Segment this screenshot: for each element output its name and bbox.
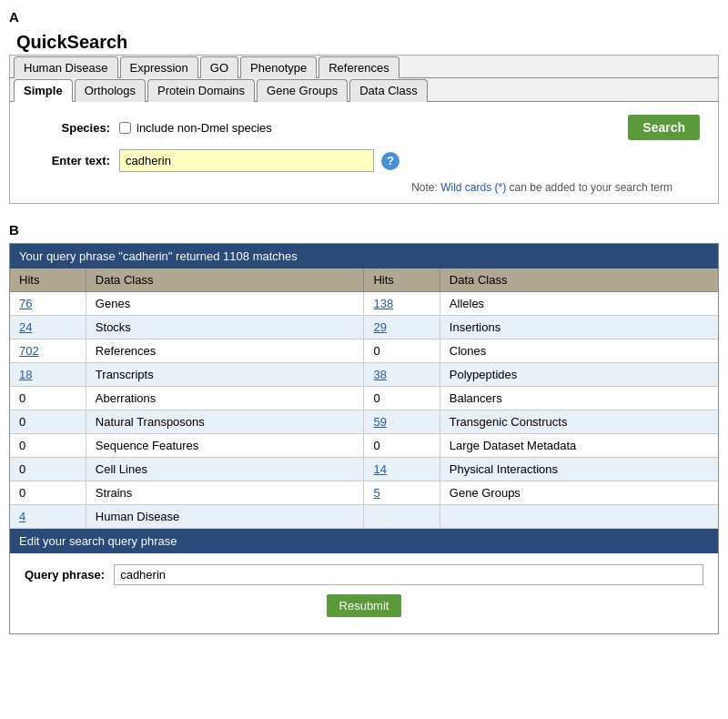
table-row: 702References0Clones <box>10 339 718 363</box>
hits-right[interactable]: 5 <box>364 481 440 505</box>
class-right: Insertions <box>440 316 718 339</box>
hits-right: 0 <box>364 434 440 458</box>
hits-right: 0 <box>364 387 440 410</box>
tab-human-disease[interactable]: Human Disease <box>14 56 118 78</box>
species-checkbox-label: include non-Dmel species <box>136 121 272 135</box>
class-left: Transcripts <box>86 363 364 387</box>
tab-references[interactable]: References <box>318 56 399 78</box>
hits-left: 0 <box>10 434 86 458</box>
hits-right[interactable]: 59 <box>364 410 440 434</box>
class-right: Large Dataset Metadata <box>440 434 718 458</box>
table-row: 0Strains5Gene Groups <box>10 481 718 505</box>
tab-protein-domains[interactable]: Protein Domains <box>147 79 255 102</box>
enter-text-row: Enter text: ? <box>28 149 700 172</box>
class-right: Transgenic Constructs <box>440 410 718 434</box>
help-icon[interactable]: ? <box>381 152 399 170</box>
class-right: Balancers <box>440 387 718 410</box>
class-right: Physical Interactions <box>440 458 718 481</box>
class-left: Strains <box>86 481 364 505</box>
results-table: Hits Data Class Hits Data Class 76Genes1… <box>10 268 718 529</box>
section-a-label: A <box>9 9 719 25</box>
quicksearch-panel: Human Disease Expression GO Phenotype Re… <box>9 55 719 204</box>
species-row: Species: include non-Dmel species Search <box>28 115 700 140</box>
class-right: Gene Groups <box>440 481 718 505</box>
hits-left: 0 <box>10 387 86 410</box>
table-row: 4Human Disease <box>10 505 718 529</box>
results-header: Your query phrase "cadherin" returned 11… <box>10 244 718 268</box>
tab-phenotype[interactable]: Phenotype <box>240 56 317 78</box>
class-right <box>440 505 718 529</box>
hits-right <box>364 505 440 529</box>
col-dataclass-left: Data Class <box>86 268 364 292</box>
tab-simple[interactable]: Simple <box>14 79 73 102</box>
species-checkbox-container[interactable]: include non-Dmel species <box>119 121 272 135</box>
wildcard-link[interactable]: Wild cards (*) <box>440 181 506 194</box>
table-row: 76Genes138Alleles <box>10 292 718 316</box>
hits-left[interactable]: 24 <box>10 316 86 339</box>
edit-section-header: Edit your search query phrase <box>10 529 718 553</box>
search-button[interactable]: Search <box>628 115 700 140</box>
table-row: 0Aberrations0Balancers <box>10 387 718 410</box>
class-left: References <box>86 339 364 363</box>
hits-left[interactable]: 76 <box>10 292 86 316</box>
species-label: Species: <box>28 121 110 135</box>
resubmit-button[interactable]: Resubmit <box>327 594 402 617</box>
species-checkbox[interactable] <box>119 122 131 134</box>
search-input[interactable] <box>119 149 374 172</box>
class-left: Human Disease <box>86 505 364 529</box>
note-label: Note: <box>411 181 438 194</box>
table-row: 18Transcripts38Polypeptides <box>10 363 718 387</box>
hits-left[interactable]: 4 <box>10 505 86 529</box>
quicksearch-title: QuickSearch <box>9 26 719 55</box>
hits-left: 0 <box>10 410 86 434</box>
tab-data-class[interactable]: Data Class <box>349 79 428 102</box>
search-form: Species: include non-Dmel species Search… <box>10 102 718 203</box>
section-b-label: B <box>9 222 719 238</box>
class-left: Genes <box>86 292 364 316</box>
tab-gene-groups[interactable]: Gene Groups <box>257 79 348 102</box>
query-phrase-input[interactable] <box>114 564 703 585</box>
class-left: Stocks <box>86 316 364 339</box>
table-header-row: Hits Data Class Hits Data Class <box>10 268 718 292</box>
tabs-row-2: Simple Orthologs Protein Domains Gene Gr… <box>10 78 718 102</box>
col-dataclass-right: Data Class <box>440 268 718 292</box>
note-row: Note: Wild cards (*) can be added to you… <box>28 181 700 194</box>
query-phrase-row: Query phrase: <box>25 564 703 585</box>
tab-orthologs[interactable]: Orthologs <box>75 79 146 102</box>
hits-left[interactable]: 702 <box>10 339 86 363</box>
class-left: Aberrations <box>86 387 364 410</box>
tabs-row-1: Human Disease Expression GO Phenotype Re… <box>10 56 718 78</box>
query-phrase-label: Query phrase: <box>25 568 105 582</box>
tab-go[interactable]: GO <box>200 56 238 78</box>
hits-right[interactable]: 29 <box>364 316 440 339</box>
edit-section-body: Query phrase: Resubmit <box>10 553 718 633</box>
tab-expression[interactable]: Expression <box>120 56 198 78</box>
hits-left: 0 <box>10 458 86 481</box>
class-left: Cell Lines <box>86 458 364 481</box>
class-left: Sequence Features <box>86 434 364 458</box>
results-section: Your query phrase "cadherin" returned 11… <box>9 243 719 634</box>
hits-right[interactable]: 38 <box>364 363 440 387</box>
table-row: 0Cell Lines14Physical Interactions <box>10 458 718 481</box>
class-right: Clones <box>440 339 718 363</box>
hits-left[interactable]: 18 <box>10 363 86 387</box>
col-hits-left: Hits <box>10 268 86 292</box>
table-row: 24Stocks29Insertions <box>10 316 718 339</box>
hits-left: 0 <box>10 481 86 505</box>
hits-right[interactable]: 14 <box>364 458 440 481</box>
enter-text-label: Enter text: <box>28 154 110 167</box>
note-suffix: can be added to your search term <box>510 181 672 194</box>
table-row: 0Sequence Features0Large Dataset Metadat… <box>10 434 718 458</box>
hits-right[interactable]: 138 <box>364 292 440 316</box>
class-right: Alleles <box>440 292 718 316</box>
hits-right: 0 <box>364 339 440 363</box>
col-hits-right: Hits <box>364 268 440 292</box>
table-row: 0Natural Transposons59Transgenic Constru… <box>10 410 718 434</box>
class-left: Natural Transposons <box>86 410 364 434</box>
class-right: Polypeptides <box>440 363 718 387</box>
